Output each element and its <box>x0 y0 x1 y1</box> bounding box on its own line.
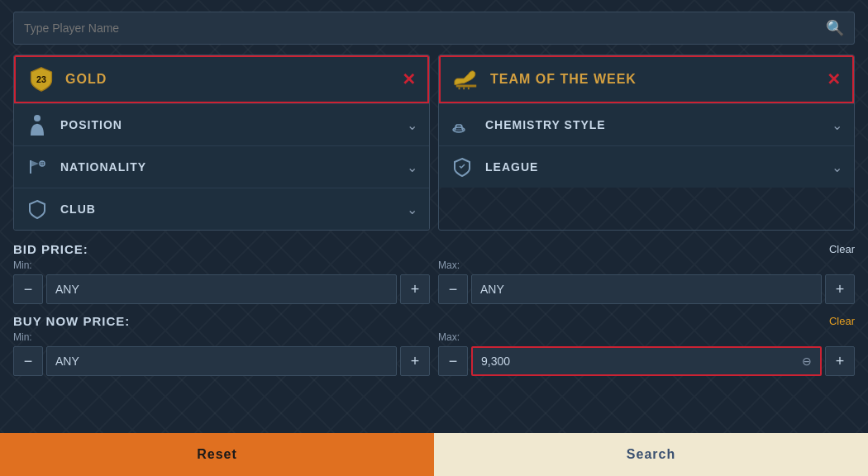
chemistry-style-filter-row[interactable]: CHEMISTRY STYLE ⌄ <box>439 103 854 145</box>
gold-filter-active[interactable]: 23 GOLD ✕ <box>14 55 429 103</box>
buy-now-min-decrease-button[interactable]: − <box>13 346 43 376</box>
buy-now-max-clear-icon[interactable]: ⊖ <box>802 355 812 368</box>
search-input[interactable] <box>24 21 826 35</box>
bid-max-decrease-button[interactable]: − <box>438 274 468 304</box>
svg-text:23: 23 <box>36 74 46 84</box>
gold-filter-close[interactable]: ✕ <box>402 69 416 89</box>
bid-price-header: BID PRICE: Clear <box>13 242 855 256</box>
totw-filter-close[interactable]: ✕ <box>827 69 841 89</box>
gold-filter-label: GOLD <box>65 72 402 87</box>
bid-max-increase-button[interactable]: + <box>825 274 855 304</box>
bid-price-inputs: Min: − + Max: − + <box>13 259 855 304</box>
bid-max-input-row: − + <box>438 274 855 304</box>
chemistry-style-chevron-icon: ⌄ <box>832 117 842 133</box>
buy-now-max-field[interactable]: ⊖ <box>471 346 822 376</box>
nationality-label: NATIONALITY <box>60 160 407 174</box>
svg-point-1 <box>34 115 41 121</box>
bid-max-label: Max: <box>438 259 855 271</box>
league-label: LEAGUE <box>485 160 832 174</box>
nationality-chevron-icon: ⌄ <box>407 159 417 175</box>
position-label: POSITION <box>60 118 407 131</box>
buy-now-min-label: Min: <box>13 331 430 343</box>
gold-shield-icon: 23 <box>27 65 55 93</box>
league-chevron-icon: ⌄ <box>832 159 842 175</box>
buy-now-max-label: Max: <box>438 331 855 343</box>
buy-now-price-inputs: Min: − + Max: − ⊖ + <box>13 331 855 376</box>
league-icon <box>451 155 474 178</box>
bid-price-section: BID PRICE: Clear Min: − + Max: − <box>13 242 855 304</box>
league-filter-row[interactable]: LEAGUE ⌄ <box>439 145 854 188</box>
totw-filter-label: TEAM OF THE WEEK <box>490 72 827 87</box>
club-filter-row[interactable]: CLUB ⌄ <box>14 188 429 230</box>
club-icon <box>26 198 49 221</box>
buy-now-min-input[interactable] <box>55 355 388 368</box>
bid-price-title: BID PRICE: <box>13 242 88 256</box>
bid-min-field[interactable] <box>46 274 397 304</box>
club-label: CLUB <box>60 202 407 216</box>
left-filter-panel: 23 GOLD ✕ POSITION ⌄ <box>13 55 430 231</box>
buy-now-max-input-row: − ⊖ + <box>438 346 855 376</box>
bid-max-input[interactable] <box>480 283 813 296</box>
chemistry-style-label: CHEMISTRY STYLE <box>485 118 832 131</box>
totw-filter-active[interactable]: TEAM OF THE WEEK ✕ <box>439 55 854 103</box>
buy-now-price-title: BUY NOW PRICE: <box>13 314 130 328</box>
search-button[interactable]: Search <box>434 433 868 476</box>
bid-price-max-group: Max: − + <box>438 259 855 304</box>
buy-now-max-increase-button[interactable]: + <box>825 346 855 376</box>
buy-now-price-header: BUY NOW PRICE: Clear <box>13 314 855 328</box>
bid-price-clear[interactable]: Clear <box>829 243 855 255</box>
bid-min-input[interactable] <box>55 283 388 296</box>
buy-now-min-input-row: − + <box>13 346 430 376</box>
bid-price-min-group: Min: − + <box>13 259 430 304</box>
nationality-filter-row[interactable]: NATIONALITY ⌄ <box>14 145 429 188</box>
club-chevron-icon: ⌄ <box>407 202 417 217</box>
search-icon-button[interactable]: 🔍 <box>826 19 844 37</box>
bid-max-field[interactable] <box>471 274 822 304</box>
position-icon <box>26 113 49 136</box>
bottom-bar: Reset Search <box>0 433 868 476</box>
buy-now-max-decrease-button[interactable]: − <box>438 346 468 376</box>
bid-min-label: Min: <box>13 259 430 271</box>
filters-row: 23 GOLD ✕ POSITION ⌄ <box>13 55 855 231</box>
search-bar[interactable]: 🔍 <box>13 12 855 45</box>
buy-now-price-clear[interactable]: Clear <box>829 315 855 327</box>
totw-icon <box>452 65 480 93</box>
bid-min-input-row: − + <box>13 274 430 304</box>
nationality-icon <box>26 155 49 178</box>
svg-point-12 <box>455 129 462 131</box>
buy-now-max-input[interactable] <box>481 355 799 368</box>
bid-min-increase-button[interactable]: + <box>400 274 430 304</box>
position-filter-row[interactable]: POSITION ⌄ <box>14 103 429 145</box>
buy-now-price-section: BUY NOW PRICE: Clear Min: − + Max: − <box>13 314 855 376</box>
buy-now-min-increase-button[interactable]: + <box>400 346 430 376</box>
bid-min-decrease-button[interactable]: − <box>13 274 43 304</box>
right-filter-panel: TEAM OF THE WEEK ✕ CHEMISTRY STYLE ⌄ <box>438 55 855 231</box>
buy-now-min-group: Min: − + <box>13 331 430 376</box>
buy-now-max-group: Max: − ⊖ + <box>438 331 855 376</box>
position-chevron-icon: ⌄ <box>407 117 417 133</box>
chemistry-style-icon <box>451 113 474 136</box>
reset-button[interactable]: Reset <box>0 433 434 476</box>
buy-now-min-field[interactable] <box>46 346 397 376</box>
